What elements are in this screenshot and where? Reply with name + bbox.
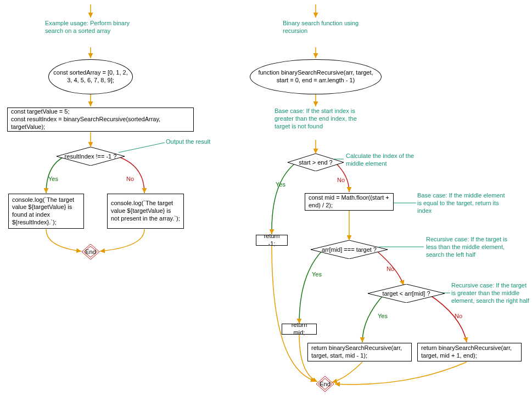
edge-yes-1: Yes bbox=[48, 176, 58, 182]
comment-output-result: Output the result bbox=[166, 138, 210, 146]
edge-no-3: No bbox=[387, 265, 394, 272]
decision-result-index-text: resultIndex !== -1 ? bbox=[65, 153, 117, 160]
end-left-text: End bbox=[85, 248, 96, 255]
edge-no-2: No bbox=[337, 177, 345, 183]
decision-result-index: resultIndex !== -1 ? bbox=[57, 147, 125, 166]
setup-vars-box: const targetValue = 5; const resultIndex… bbox=[7, 108, 194, 132]
decision-arr-mid-eq: arr[mid] === target ? bbox=[311, 240, 388, 259]
return-mid-text: return mid; bbox=[285, 321, 313, 337]
mid-calc-text: const mid = Math.floor((start + end) / 2… bbox=[309, 194, 390, 210]
return-left-text: return binarySearchRecursive(arr, target… bbox=[311, 344, 408, 360]
comment-func: Binary search function using recursion bbox=[283, 20, 360, 35]
log-found-text: console.log(`The target value ${targetVa… bbox=[12, 196, 80, 227]
log-notfound-box: console.log(`The target value ${targetVa… bbox=[107, 194, 184, 229]
decision-arr-mid-eq-text: arr[mid] === target ? bbox=[322, 246, 377, 253]
decision-target-lt: target < arr[mid] ? bbox=[368, 284, 445, 303]
comment-rec-left: Recursive case: If the target is less th… bbox=[426, 236, 519, 258]
decision-target-lt-text: target < arr[mid] ? bbox=[382, 290, 430, 297]
return-left-box: return binarySearchRecursive(arr, target… bbox=[307, 343, 412, 361]
edge-yes-2: Yes bbox=[276, 181, 285, 188]
log-notfound-text: console.log(`The target value ${targetVa… bbox=[111, 200, 180, 222]
init-array-text: const sortedArray = [0, 1, 2, 3, 4, 5, 6… bbox=[52, 69, 129, 84]
decision-start-end: start > end ? bbox=[288, 154, 344, 171]
end-right-text: End bbox=[320, 381, 331, 387]
func-header-text: function binarySearchRecursive(arr, targ… bbox=[254, 69, 378, 84]
end-left: End bbox=[82, 244, 99, 259]
svg-line-4 bbox=[119, 143, 165, 152]
return-right-box: return binarySearchRecursive(arr, target… bbox=[417, 343, 522, 361]
edge-no-4: No bbox=[455, 313, 462, 319]
start-init-array: const sortedArray = [0, 1, 2, 3, 4, 5, 6… bbox=[48, 59, 133, 94]
func-header-ellipse: function binarySearchRecursive(arr, targ… bbox=[250, 59, 382, 94]
mid-calc-box: const mid = Math.floor((start + end) / 2… bbox=[305, 193, 394, 211]
log-found-box: console.log(`The target value ${targetVa… bbox=[8, 194, 84, 229]
return-neg1-box: return -1; bbox=[256, 235, 288, 246]
comment-base-case-1: Base case: If the start index is greater… bbox=[275, 108, 362, 130]
return-neg1-text: return -1; bbox=[260, 233, 284, 248]
end-right: End bbox=[316, 376, 334, 392]
comment-example-usage: Example usage: Perform binary search on … bbox=[45, 20, 133, 35]
comment-base-case-2: Base case: If the middle element is equa… bbox=[417, 192, 505, 214]
edge-no-1: No bbox=[126, 176, 134, 182]
comment-mid: Calculate the index of the middle elemen… bbox=[346, 152, 428, 168]
setup-vars-text: const targetValue = 5; const resultIndex… bbox=[11, 108, 190, 131]
edge-yes-3: Yes bbox=[312, 271, 322, 278]
return-right-text: return binarySearchRecursive(arr, target… bbox=[421, 344, 518, 360]
decision-start-end-text: start > end ? bbox=[299, 159, 332, 166]
edge-yes-4: Yes bbox=[378, 313, 388, 319]
return-mid-box: return mid; bbox=[282, 324, 317, 335]
comment-rec-right: Recursive case: If the target is greater… bbox=[451, 282, 531, 304]
